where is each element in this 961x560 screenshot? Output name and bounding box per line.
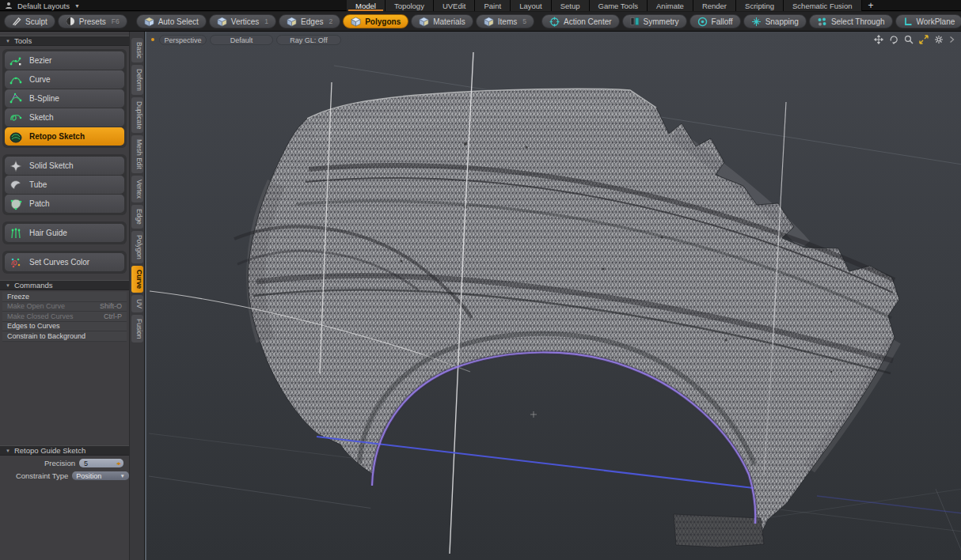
tool-curve[interactable]: Curve [5,70,124,89]
tool-sketch[interactable]: Sketch [5,108,124,127]
select-through-icon [817,17,827,27]
cube-icon [351,17,361,27]
constraint-type-row: Constraint Type Position ▼ [0,471,129,481]
tool-set-curves-color[interactable]: Set Curves Color [5,253,124,271]
viewport-3d[interactable]: Perspective Default Ray GL: Off [145,32,961,560]
tools-panel-header[interactable]: ▼ Tools [0,36,129,46]
snapping-button[interactable]: Snapping [743,14,807,28]
action-center-icon [549,17,560,27]
zoom-icon[interactable] [904,35,914,44]
precision-label: Precision [0,459,79,467]
viewport-controls [874,35,955,44]
edges-mode-button[interactable]: Edges2 [279,14,340,28]
gear-icon[interactable] [934,35,944,44]
command-make-open-curve[interactable]: Make Open CurveShift-O [2,302,127,312]
tab-topology[interactable]: Topology [386,0,434,11]
auto-select-button[interactable]: Auto Select [136,14,207,28]
items-mode-button[interactable]: Items5 [476,14,534,28]
vertices-mode-button[interactable]: Vertices1 [209,14,276,28]
command-constrain-to-background[interactable]: Constrain to Background [2,331,127,342]
collapse-triangle-icon: ▼ [6,39,10,44]
action-center-button[interactable]: Action Center [541,14,620,28]
raygl-toggle-button[interactable]: Ray GL: Off [276,35,341,45]
tab-paint[interactable]: Paint [475,0,511,11]
tool-b-spline[interactable]: B-Spline [5,89,124,108]
chevron-right-icon[interactable] [949,36,955,44]
commands-list: Freeze Make Open CurveShift-O Make Close… [2,292,127,342]
scan-mesh-canvas [146,32,961,560]
falloff-button[interactable]: Falloff [689,14,741,28]
main-tab-bar: Model Topology UVEdit Paint Layout Setup… [347,0,880,11]
select-through-button[interactable]: Select Through [809,14,893,28]
collapse-triangle-icon: ▼ [6,448,10,453]
vtab-edge[interactable]: Edge [131,205,143,229]
command-make-closed-curves[interactable]: Make Closed CurvesCtrl-P [2,312,127,322]
stepper-arrows-icon[interactable]: ◂▸ [116,460,120,467]
symmetry-icon [630,17,640,26]
tab-setup[interactable]: Setup [552,0,590,11]
tab-schematic-fusion[interactable]: Schematic Fusion [784,0,862,11]
tab-animate[interactable]: Animate [648,0,693,11]
tool-tube[interactable]: Tube [5,176,124,194]
precision-input[interactable]: 5 ◂▸ [79,459,123,467]
tab-game-tools[interactable]: Game Tools [590,0,648,11]
hair-tools-group: Hair Guide [2,221,127,244]
menu-bar: Default Layouts ▼ Model Topology UVEdit … [0,0,961,11]
maximize-icon[interactable] [919,35,929,44]
tool-bar: Sculpt PresetsF6 Auto Select Vertices1 E… [0,12,961,32]
workplane-icon [903,17,913,26]
vtab-duplicate[interactable]: Duplicate [131,97,143,133]
symmetry-button[interactable]: Symmetry [622,14,687,28]
constraint-type-dropdown[interactable]: Position ▼ [72,471,129,480]
solid-sketch-icon [9,159,23,173]
left-sidebar: ▼ Tools Bezier Curve B-Spline [0,32,129,560]
tube-icon [9,178,23,192]
command-freeze[interactable]: Freeze [2,292,127,302]
presets-button[interactable]: PresetsF6 [58,14,127,28]
command-edges-to-curves[interactable]: Edges to Curves [2,322,127,332]
commands-panel-header[interactable]: ▼ Commands [0,280,129,290]
retopo-guide-sketch-header[interactable]: ▼ Retopo Guide Sketch [0,445,129,456]
vtab-mesh-edit[interactable]: Mesh Edit [131,135,143,173]
layout-switcher[interactable]: Default Layouts ▼ [5,0,80,11]
tool-bezier[interactable]: Bezier [5,51,124,70]
tab-render[interactable]: Render [693,0,736,11]
cube-icon [144,17,154,27]
shading-style-button[interactable]: Default [210,35,273,45]
constraint-type-label: Constraint Type [0,471,72,480]
tool-retopo-sketch[interactable]: Retopo Sketch [5,127,124,146]
tool-solid-sketch[interactable]: Solid Sketch [5,157,124,175]
add-tab-button[interactable]: + [862,0,880,11]
polygons-mode-button[interactable]: Polygons [343,14,408,28]
chevron-down-icon: ▼ [74,3,80,9]
sphere-icon [66,17,75,26]
vtab-deform[interactable]: Deform [131,65,143,95]
vtab-uv[interactable]: UV [131,295,143,312]
cube-icon [419,17,429,27]
vtab-curve[interactable]: Curve [131,266,143,293]
tool-hair-guide[interactable]: Hair Guide [5,224,124,242]
view-type-button[interactable]: Perspective [159,35,207,45]
curve-icon [9,73,23,87]
orbit-icon[interactable] [889,35,898,44]
tab-scripting[interactable]: Scripting [736,0,784,11]
vtab-fusion[interactable]: Fusion [131,315,143,343]
sculpt-button[interactable]: Sculpt [4,14,55,28]
tool-category-strip: Basic Deform Duplicate Mesh Edit Vertex … [129,32,144,560]
rocker-mesh-strip [674,514,764,547]
vtab-basic[interactable]: Basic [131,38,143,62]
sketch-icon [9,111,23,125]
tab-layout[interactable]: Layout [511,0,552,11]
materials-mode-button[interactable]: Materials [411,14,473,28]
vtab-vertex[interactable]: Vertex [131,176,143,202]
cube-icon [484,17,494,27]
hair-guide-icon [9,226,23,240]
tab-uvedit[interactable]: UVEdit [434,0,476,11]
vtab-polygon[interactable]: Polygon [131,231,143,263]
tool-patch[interactable]: Patch [5,195,124,213]
falloff-icon [697,17,708,27]
workplane-button[interactable]: WorkPlane [895,14,961,28]
pan-icon[interactable] [874,35,883,44]
tab-model[interactable]: Model [347,0,386,11]
layout-switcher-label: Default Layouts [17,2,70,10]
